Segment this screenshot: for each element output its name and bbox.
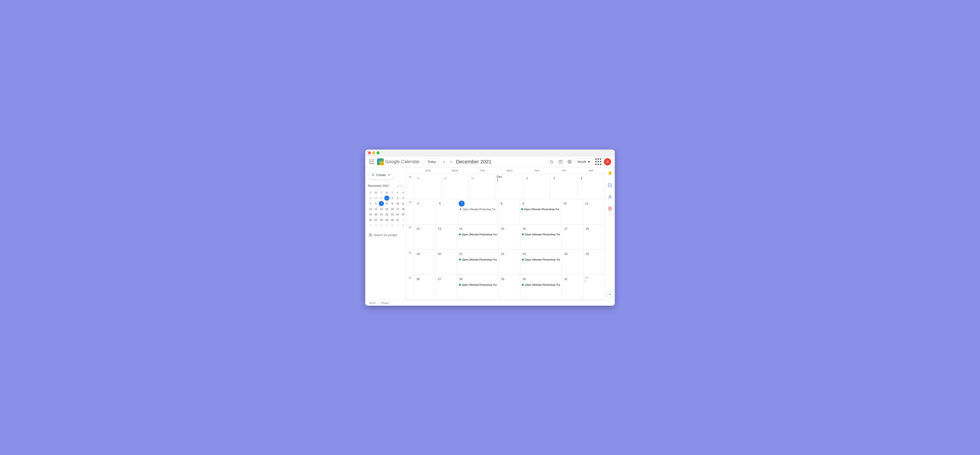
day-number[interactable]: 9 bbox=[520, 200, 526, 207]
day-number[interactable]: 23 bbox=[521, 251, 527, 257]
cal-day-dec17[interactable]: 17 bbox=[562, 224, 583, 250]
mini-cal-day[interactable]: 20 bbox=[374, 212, 379, 217]
cal-day-dec26[interactable]: 26 bbox=[414, 275, 436, 300]
day-number[interactable]: 19 bbox=[415, 251, 421, 257]
mini-cal-prev-button[interactable]: ‹ bbox=[396, 183, 399, 188]
mini-cal-day[interactable]: 8 bbox=[401, 223, 406, 228]
cal-day-dec1[interactable]: Dec 1 bbox=[496, 174, 523, 199]
day-number[interactable]: 29 bbox=[442, 175, 448, 181]
day-number[interactable]: 30 bbox=[469, 175, 476, 181]
day-number[interactable]: 10 bbox=[562, 200, 568, 207]
mini-cal-day[interactable]: 25 bbox=[401, 212, 406, 217]
mini-cal-next-button[interactable]: › bbox=[400, 183, 403, 188]
day-number[interactable]: 31 bbox=[563, 276, 569, 282]
day-number[interactable]: 16 bbox=[521, 226, 527, 232]
mini-cal-day[interactable]: 7 bbox=[395, 223, 400, 228]
cal-day-dec19[interactable]: 19 bbox=[414, 250, 436, 275]
mini-cal-day[interactable]: 24 bbox=[395, 212, 400, 217]
day-number-today[interactable]: 7 bbox=[459, 200, 465, 207]
mini-cal-day[interactable]: 17 bbox=[395, 207, 400, 212]
cal-day-dec9[interactable]: 9 12pm Ultimate Photoshop Tra bbox=[519, 199, 561, 224]
mini-cal-day[interactable]: 1 bbox=[401, 217, 406, 223]
mini-cal-day[interactable]: 13 bbox=[374, 207, 379, 212]
mini-cal-day-1[interactable]: 1 bbox=[384, 196, 389, 200]
day-number[interactable]: Jan 1 bbox=[584, 276, 590, 282]
keep-icon-button[interactable] bbox=[606, 169, 614, 177]
minimize-button[interactable] bbox=[372, 151, 375, 154]
contacts-icon-button[interactable] bbox=[606, 193, 614, 201]
cal-day-dec29[interactable]: 29 bbox=[499, 275, 520, 300]
day-number[interactable]: 11 bbox=[584, 200, 590, 207]
cal-day-nov28[interactable]: 28 bbox=[414, 174, 441, 199]
day-number[interactable]: 22 bbox=[500, 251, 506, 257]
mini-cal-day[interactable]: 14 bbox=[379, 207, 384, 212]
cal-day-dec25[interactable]: 25 bbox=[584, 250, 605, 275]
day-number[interactable]: 28 bbox=[415, 175, 421, 181]
day-number[interactable]: 3 bbox=[551, 175, 557, 181]
day-number[interactable]: 24 bbox=[563, 251, 569, 257]
cal-day-dec16[interactable]: 16 12pm Ultimate Photoshop Tra bbox=[520, 224, 562, 250]
event-chip[interactable]: 12pm Ultimate Photoshop Tra bbox=[521, 258, 561, 261]
terms-link[interactable]: Terms bbox=[369, 302, 375, 304]
day-number[interactable]: 4 bbox=[579, 175, 584, 181]
cal-day-jan1[interactable]: Jan 1 bbox=[584, 275, 605, 300]
cal-day-dec10[interactable]: 10 bbox=[561, 199, 583, 224]
day-number[interactable]: 8 bbox=[498, 200, 504, 207]
cal-day-nov30[interactable]: 30 bbox=[469, 174, 496, 199]
user-avatar[interactable]: S bbox=[604, 158, 611, 165]
today-button[interactable]: Today bbox=[424, 158, 439, 165]
day-number[interactable]: 21 bbox=[458, 251, 464, 257]
mini-cal-day[interactable]: 9 bbox=[390, 201, 395, 206]
create-button[interactable]: + Create ▼ bbox=[368, 170, 394, 180]
mini-cal-day[interactable]: 2 bbox=[368, 223, 373, 228]
day-number[interactable]: 17 bbox=[563, 226, 569, 232]
help-button[interactable] bbox=[557, 158, 564, 165]
cal-day-nov29[interactable]: 29 bbox=[441, 174, 469, 199]
day-number[interactable]: Dec 1 bbox=[497, 175, 503, 181]
mini-cal-day[interactable]: 21 bbox=[379, 212, 384, 217]
event-chip[interactable]: 12pm Ultimate Photoshop Tra bbox=[459, 207, 496, 211]
cal-day-dec30[interactable]: 30 12pm Ultimate Photoshop Tra bbox=[520, 275, 562, 300]
mini-cal-day[interactable]: 3 bbox=[395, 196, 400, 200]
mini-cal-day[interactable]: 19 bbox=[368, 212, 373, 217]
cal-day-dec7[interactable]: 7 12pm Ultimate Photoshop Tra bbox=[458, 199, 498, 224]
cal-day-dec4[interactable]: 4 bbox=[578, 174, 605, 199]
settings-button[interactable] bbox=[566, 158, 573, 165]
day-number[interactable]: 5 bbox=[415, 200, 421, 207]
event-chip[interactable]: 12pm Ultimate Photoshop Tra bbox=[458, 258, 498, 261]
cal-day-dec3[interactable]: 3 bbox=[550, 174, 578, 199]
mini-cal-day[interactable]: 29 bbox=[384, 217, 389, 223]
mini-cal-day[interactable]: 28 bbox=[379, 217, 384, 223]
mini-cal-day[interactable]: 18 bbox=[401, 207, 406, 212]
apps-grid-button[interactable] bbox=[595, 158, 602, 165]
cal-day-dec15[interactable]: 15 bbox=[499, 224, 520, 250]
tasks-icon-button[interactable] bbox=[606, 181, 614, 189]
day-number[interactable]: 28 bbox=[458, 276, 464, 282]
next-month-button[interactable]: › bbox=[449, 158, 453, 165]
mini-cal-day[interactable]: 2 bbox=[390, 196, 395, 200]
mini-cal-day[interactable]: 15 bbox=[384, 207, 389, 212]
day-number[interactable]: 14 bbox=[458, 226, 464, 232]
hamburger-menu-button[interactable] bbox=[369, 160, 374, 164]
cal-day-dec24[interactable]: 24 bbox=[562, 250, 583, 275]
day-number[interactable]: 26 bbox=[415, 276, 421, 282]
cal-day-dec8[interactable]: 8 bbox=[498, 199, 519, 224]
cal-day-dec22[interactable]: 22 bbox=[499, 250, 520, 275]
mini-cal-day[interactable]: 31 bbox=[395, 217, 400, 223]
mini-cal-day[interactable]: 4 bbox=[401, 196, 406, 200]
cal-day-dec21[interactable]: 21 12pm Ultimate Photoshop Tra bbox=[457, 250, 499, 275]
add-apps-button[interactable]: + bbox=[606, 291, 614, 298]
day-number[interactable]: 6 bbox=[437, 200, 443, 207]
mini-cal-day[interactable]: 12 bbox=[368, 207, 373, 212]
event-chip[interactable]: 12pm Ultimate Photoshop Tra bbox=[521, 232, 561, 236]
mini-cal-day[interactable]: 8 bbox=[384, 201, 389, 206]
day-number[interactable]: 29 bbox=[500, 276, 506, 282]
event-chip[interactable]: 12pm Ultimate Photoshop Tra bbox=[520, 207, 560, 211]
cal-day-dec23[interactable]: 23 12pm Ultimate Photoshop Tra bbox=[520, 250, 562, 275]
event-chip[interactable]: 12pm Ultimate Photoshop Tra bbox=[458, 232, 498, 236]
search-people-button[interactable]: Search for people bbox=[368, 231, 403, 239]
mini-cal-day[interactable]: 4 bbox=[379, 223, 384, 228]
mini-cal-day[interactable]: 22 bbox=[384, 212, 389, 217]
day-number[interactable]: 18 bbox=[584, 226, 590, 232]
mini-cal-day[interactable]: 30 bbox=[390, 217, 395, 223]
